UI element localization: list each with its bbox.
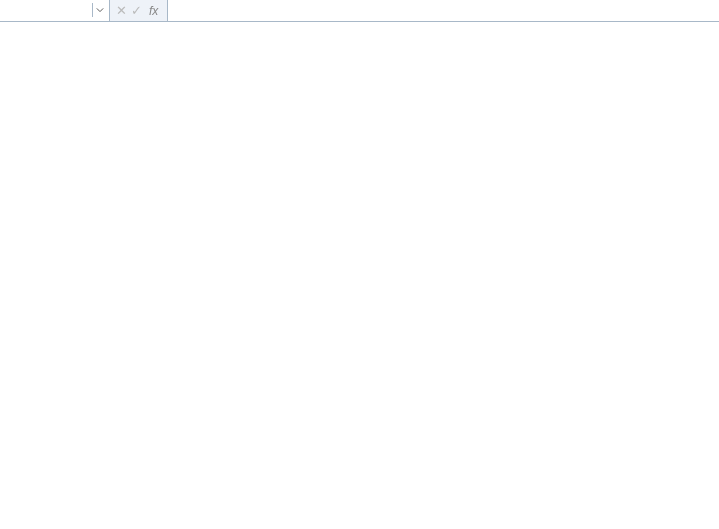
fx-area: ✕ ✓ fx	[110, 0, 168, 21]
fx-icon[interactable]: fx	[146, 4, 161, 18]
fx-accept-icon[interactable]: ✓	[131, 3, 142, 18]
formula-bar: ✕ ✓ fx	[0, 0, 719, 22]
ellipsis-divider	[0, 22, 719, 34]
name-box[interactable]	[0, 0, 110, 21]
chevron-down-icon	[96, 6, 104, 14]
name-box-dropdown[interactable]	[92, 3, 106, 17]
spreadsheet-grid[interactable]	[0, 22, 719, 34]
formula-input[interactable]	[168, 0, 719, 21]
fx-cancel-icon[interactable]: ✕	[116, 3, 127, 18]
